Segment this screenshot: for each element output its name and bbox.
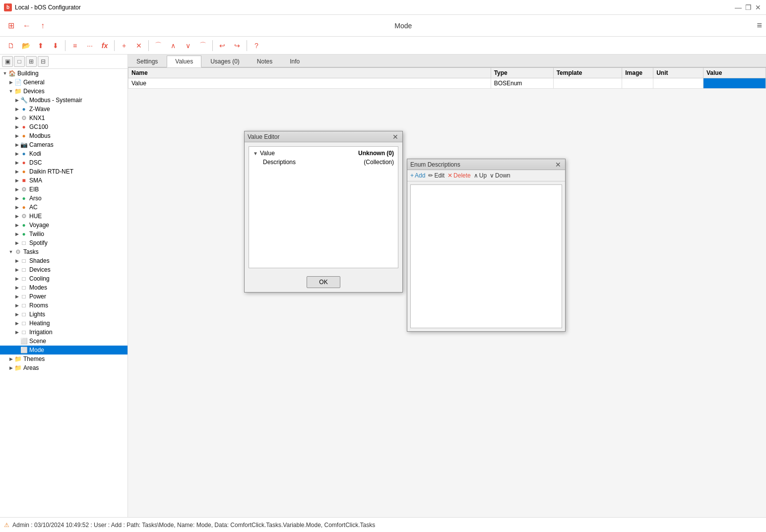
tree-item-devices-tasks[interactable]: ▶ □ Devices [0,265,128,274]
tree-item-spotify[interactable]: ▶ □ Spotify [0,238,128,247]
tree-item-scene[interactable]: ⬜ Scene [0,337,128,346]
tree-add-node[interactable]: ⊞ [26,56,37,67]
enum-up-button[interactable]: ∧ Up [474,172,487,179]
undo-button[interactable]: ↩ [215,39,229,53]
toolbar: 🗋 📂 ⬆ ⬇ ≡ ··· fx + ✕ ⌒ ∧ ∨ ⌒ ↩ ↪ ? [0,37,766,55]
app-logo: b [4,3,12,11]
upload-button[interactable]: ⬆ [34,39,48,53]
tree-item-tasks[interactable]: ▼ ⚙ Tasks [0,247,128,256]
col-template: Template [553,68,622,78]
tab-info[interactable]: Info [281,56,308,67]
enum-close-button[interactable]: ✕ [554,161,562,169]
page-title: Mode [52,22,755,30]
tree-item-arso[interactable]: ▶ ● Arso [0,194,128,203]
descriptions-value: (Collection) [364,159,394,166]
settings-button[interactable]: ≡ [68,39,82,53]
tree-item-building[interactable]: ▼ 🏠 Building [0,69,128,78]
tree-item-z-wave[interactable]: ▶ ● Z-Wave [0,105,128,114]
plus-icon: + [410,172,414,179]
cell-name: Value [128,78,491,89]
tree-item-twilio[interactable]: ▶ ● Twilio [0,230,128,238]
tree-item-mode[interactable]: ⬜ Mode [0,346,128,355]
delete-button[interactable]: ✕ [132,39,146,53]
tree-item-lights[interactable]: ▶ □ Lights [0,310,128,319]
enum-descriptions-dialog: Enum Descriptions ✕ + Add ✏ Edit ✕ Delet… [407,159,566,332]
tree-item-general[interactable]: ▶ 📄 General [0,78,128,87]
value-editor-close-button[interactable]: ✕ [391,133,399,141]
col-type: Type [491,68,553,78]
tree-item-cameras[interactable]: ▶ 📷 Cameras [0,140,128,149]
add-label: Add [415,172,425,179]
close-button[interactable]: ✕ [754,3,762,11]
delete-icon: ✕ [447,172,452,179]
tree-item-ac[interactable]: ▶ ● AC [0,203,128,212]
arc-button[interactable]: ⌒ [151,39,165,53]
toolbar-divider-4 [212,40,213,51]
download-button[interactable]: ⬇ [49,39,63,53]
tree-item-irrigation[interactable]: ▶ □ Irrigation [0,328,128,337]
value-editor-footer: OK [245,272,402,292]
tree-item-eib[interactable]: ▶ ⚙ EIB [0,185,128,194]
tree-item-areas[interactable]: ▶ 📁 Areas [0,363,128,372]
tree-item-modbus[interactable]: ▶ ● Modbus [0,131,128,140]
ok-button[interactable]: OK [307,276,340,288]
minimize-button[interactable]: — [734,3,742,11]
tree-item-hue[interactable]: ▶ ⚙ HUE [0,212,128,221]
tree-item-gc100[interactable]: ▶ ● GC100 [0,122,128,131]
down-arrow-button[interactable]: ∨ [181,39,195,53]
tree-item-kodi[interactable]: ▶ ● Kodi [0,149,128,158]
tab-usages[interactable]: Usages (0) [202,56,248,67]
add-button[interactable]: + [117,39,131,53]
toolbar-divider-5 [247,40,247,51]
tree-item-themes[interactable]: ▶ 📁 Themes [0,355,128,363]
delete-label: Delete [453,172,471,179]
tree-item-sma[interactable]: ▶ ■ SMA [0,176,128,185]
tree-item-shades[interactable]: ▶ □ Shades [0,256,128,265]
back-button[interactable]: ← [20,19,34,33]
tree-expand-all[interactable]: □ [14,56,25,67]
tree-item-devices-root[interactable]: ▼ 📁 Devices [0,87,128,96]
open-folder-button[interactable]: 📂 [19,39,33,53]
up-button[interactable]: ↑ [36,19,50,33]
table-row[interactable]: Value BOSEnum Unknown (0) [128,78,766,89]
help-button[interactable]: ? [250,39,263,53]
apps-button[interactable]: ⊞ [4,19,18,33]
tree-item-voyage[interactable]: ▶ ● Voyage [0,221,128,230]
value-tree-value: Unknown (0) [358,150,394,157]
restore-button[interactable]: ❐ [744,3,752,11]
enum-down-button[interactable]: ∨ Down [490,172,511,179]
toolbar-divider-1 [65,40,65,51]
fx-button[interactable]: fx [98,39,112,53]
enum-edit-button[interactable]: ✏ Edit [428,172,445,179]
tab-settings[interactable]: Settings [128,56,166,67]
tree-item-daikin[interactable]: ▶ ● Daikin RTD-NET [0,167,128,176]
tab-values[interactable]: Values [167,56,201,67]
value-tree-label: Value [260,150,275,157]
tree-item-dsc[interactable]: ▶ ● DSC [0,158,128,167]
tree-item-heating[interactable]: ▶ □ Heating [0,319,128,328]
tree-item-modes[interactable]: ▶ □ Modes [0,283,128,292]
enum-add-button[interactable]: + Add [410,172,425,179]
redo-button[interactable]: ↪ [230,39,244,53]
value-tree-row[interactable]: ▼ Value Unknown (0) [251,149,396,158]
tree-item-modbus-systemair[interactable]: ▶ 🔧 Modbus - Systemair [0,96,128,105]
value-editor-tree: ▼ Value Unknown (0) Descriptions (Collec… [249,146,398,268]
arc2-button[interactable]: ⌒ [196,39,210,53]
more-button[interactable]: ··· [83,39,97,53]
new-button[interactable]: 🗋 [4,39,18,53]
menu-button[interactable]: ≡ [757,20,762,31]
col-name: Name [128,68,491,78]
tree-collapse-all[interactable]: ▣ [2,56,13,67]
tab-notes[interactable]: Notes [249,56,281,67]
titlebar: b Local - bOS Configurator — ❐ ✕ [0,0,766,15]
enum-delete-button[interactable]: ✕ Delete [447,172,471,179]
tree-item-rooms[interactable]: ▶ □ Rooms [0,301,128,310]
tree-remove-node[interactable]: ⊟ [38,56,49,67]
up-arrow-button[interactable]: ∧ [166,39,180,53]
edit-label: Edit [434,172,445,179]
tree-item-knx1[interactable]: ▶ ⚙ KNX1 [0,114,128,122]
tree-item-power[interactable]: ▶ □ Power [0,292,128,301]
descriptions-tree-row[interactable]: Descriptions (Collection) [251,158,396,167]
value-editor-dialog: Value Editor ✕ ▼ Value Unknown (0) Descr… [244,131,403,293]
tree-item-cooling[interactable]: ▶ □ Cooling [0,274,128,283]
